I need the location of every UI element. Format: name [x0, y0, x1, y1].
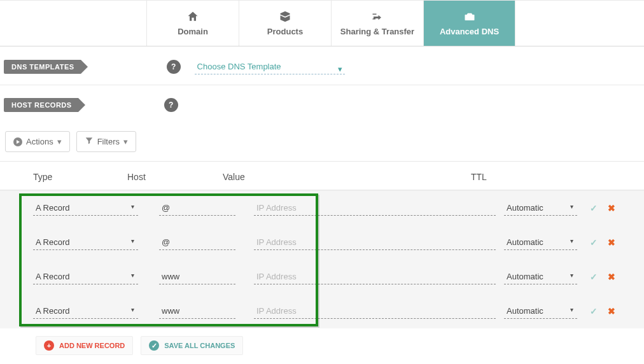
ttl-value: Automatic [507, 203, 543, 213]
ttl-select[interactable]: Automatic ▾ [504, 200, 577, 216]
grid-header: Type Host Value TTL [0, 162, 644, 190]
actions-label: Actions [26, 137, 53, 146]
records-area: A Record ▾ Automatic ▾ ✓ ✖ A Record ▾ Au… [0, 190, 644, 328]
toolbar: Actions ▾ Filters ▾ [0, 122, 644, 162]
type-value: A Record [36, 272, 69, 281]
header-host: Host [127, 172, 223, 182]
row-actions: ✓ ✖ [590, 306, 615, 316]
tab-label: Sharing & Transfer [340, 27, 414, 36]
type-select[interactable]: A Record ▾ [33, 269, 138, 284]
add-record-button[interactable]: + ADD NEW RECORD [36, 336, 133, 355]
value-input[interactable] [254, 304, 496, 319]
record-row: A Record ▾ Automatic ▾ ✓ ✖ [0, 191, 644, 225]
caret-down-icon: ▾ [570, 237, 573, 244]
confirm-icon[interactable]: ✓ [590, 203, 598, 213]
toolbox-icon [462, 10, 477, 23]
tab-shared-transfer[interactable]: Sharing & Transfer [331, 1, 423, 46]
caret-down-icon: ▾ [131, 237, 134, 244]
tab-products[interactable]: Products [239, 1, 331, 46]
confirm-icon[interactable]: ✓ [590, 237, 598, 248]
caret-down-icon: ▾ [131, 272, 134, 279]
record-row: A Record ▾ Automatic ▾ ✓ ✖ [0, 225, 644, 260]
tab-domain[interactable]: Domain [146, 1, 239, 46]
help-icon[interactable]: ? [164, 98, 178, 112]
caret-down-icon: ▾ [131, 203, 134, 210]
tab-label: Products [267, 27, 303, 36]
ttl-value: Automatic [507, 306, 543, 316]
top-tabs: Domain Products Sharing & Transfer Advan… [0, 0, 644, 46]
check-icon: ✓ [149, 340, 159, 351]
type-value: A Record [36, 237, 69, 247]
host-input[interactable] [159, 235, 235, 250]
delete-icon[interactable]: ✖ [608, 237, 615, 248]
value-input[interactable] [254, 200, 496, 216]
header-value: Value [223, 172, 471, 182]
host-input[interactable] [159, 304, 235, 319]
delete-icon[interactable]: ✖ [608, 306, 615, 316]
host-records-label: HOST RECORDS [4, 98, 78, 112]
caret-down-icon: ▾ [570, 272, 573, 279]
host-input[interactable] [159, 269, 235, 284]
plus-icon: + [44, 340, 54, 351]
record-row: A Record ▾ Automatic ▾ ✓ ✖ [0, 294, 644, 328]
funnel-icon [85, 136, 94, 147]
type-select[interactable]: A Record ▾ [33, 235, 138, 250]
value-input[interactable] [254, 235, 496, 250]
confirm-icon[interactable]: ✓ [590, 272, 598, 282]
header-type: Type [0, 172, 127, 182]
value-input[interactable] [254, 269, 496, 284]
add-record-label: ADD NEW RECORD [59, 342, 125, 349]
play-icon [13, 137, 22, 146]
save-all-button[interactable]: ✓ SAVE ALL CHANGES [141, 336, 243, 355]
actions-button[interactable]: Actions ▾ [5, 131, 70, 152]
type-select[interactable]: A Record ▾ [33, 200, 138, 216]
dns-templates-label: DNS TEMPLATES [4, 60, 81, 74]
header-ttl: TTL [471, 172, 566, 182]
type-value: A Record [36, 306, 69, 316]
box-icon [277, 10, 293, 23]
record-row: A Record ▾ Automatic ▾ ✓ ✖ [0, 260, 644, 294]
caret-down-icon: ▾ [131, 306, 134, 313]
row-actions: ✓ ✖ [590, 272, 615, 282]
ttl-select[interactable]: Automatic ▾ [504, 235, 577, 250]
ttl-value: Automatic [507, 237, 543, 247]
help-icon[interactable]: ? [167, 60, 181, 74]
filters-label: Filters [97, 137, 120, 146]
ttl-select[interactable]: Automatic ▾ [504, 269, 577, 284]
tab-advanced-dns[interactable]: Advanced DNS [423, 1, 515, 46]
delete-icon[interactable]: ✖ [608, 203, 615, 213]
ttl-select[interactable]: Automatic ▾ [504, 304, 577, 319]
confirm-icon[interactable]: ✓ [590, 306, 598, 316]
row-actions: ✓ ✖ [590, 237, 615, 248]
type-value: A Record [36, 203, 69, 213]
caret-down-icon: ▾ [570, 306, 573, 313]
tab-label: Domain [178, 27, 208, 36]
filters-button[interactable]: Filters ▾ [76, 131, 136, 152]
row-actions: ✓ ✖ [590, 203, 615, 213]
tab-label: Advanced DNS [440, 27, 499, 36]
section-dns-templates: DNS TEMPLATES ? Choose DNS Template ▾ [0, 46, 644, 85]
type-select[interactable]: A Record ▾ [33, 304, 138, 319]
caret-down-icon: ▾ [570, 203, 573, 210]
section-host-records: HOST RECORDS ? [0, 85, 644, 122]
footer-actions: + ADD NEW RECORD ✓ SAVE ALL CHANGES [0, 328, 644, 355]
template-select-label: Choose DNS Template [197, 62, 281, 71]
home-icon [185, 10, 200, 23]
ttl-value: Automatic [507, 272, 543, 281]
host-input[interactable] [159, 200, 235, 216]
caret-down-icon: ▾ [123, 137, 128, 146]
delete-icon[interactable]: ✖ [608, 272, 615, 282]
caret-down-icon: ▾ [338, 64, 342, 74]
save-all-label: SAVE ALL CHANGES [164, 342, 235, 349]
caret-down-icon: ▾ [57, 137, 62, 146]
template-select[interactable]: Choose DNS Template ▾ [195, 59, 345, 74]
share-icon [370, 10, 385, 23]
